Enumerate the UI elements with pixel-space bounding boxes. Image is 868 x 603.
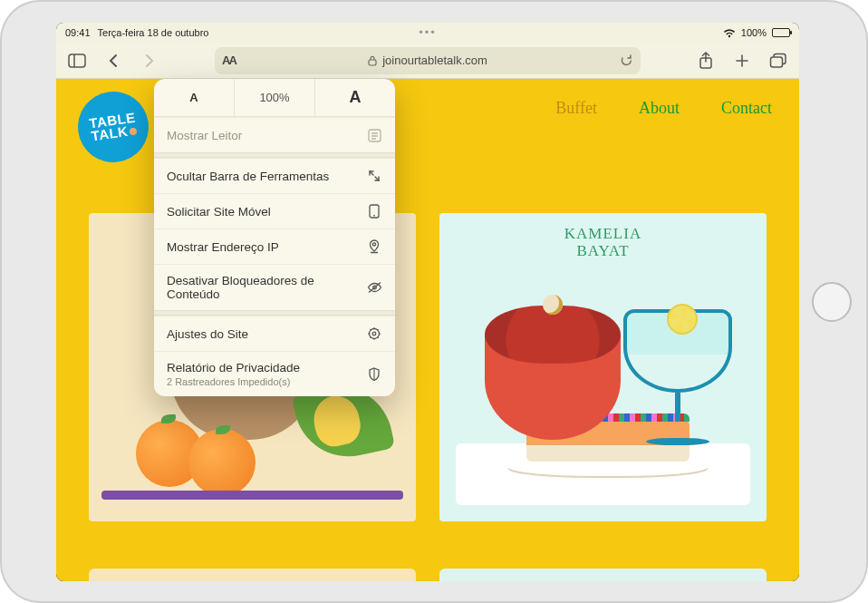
gear-icon [366,326,382,342]
tabs-button[interactable] [763,47,794,74]
share-button[interactable] [690,47,721,74]
artist-name-right: KAMELIA BAYAT [439,226,767,259]
location-icon [366,238,382,255]
menu-request-mobile[interactable]: Solicitar Site Móvel [154,193,395,229]
shield-icon [366,366,382,383]
menu-label: Mostrar Endereço IP [167,240,279,254]
screen: ••• 09:41 Terça-feira 18 de outubro 100% [56,23,799,581]
menu-site-settings[interactable]: Ajustes do Site [154,316,395,351]
wifi-icon [723,28,736,38]
battery-icon [772,28,790,37]
ipad-frame: ••• 09:41 Terça-feira 18 de outubro 100% [0,0,868,603]
zoom-level[interactable]: 100% [234,79,315,116]
status-date: Terça-feira 18 de outubro [98,27,209,38]
menu-hide-toolbar[interactable]: Ocultar Barra de Ferramentas [154,158,395,193]
bowl-top-illustration [485,306,621,364]
menu-label: Desativar Bloqueadores de Conteúdo [167,274,366,301]
eye-slash-icon [366,279,382,296]
reload-icon[interactable] [620,53,633,67]
address-url: joinourtabletalk.com [382,53,487,67]
forward-button [134,47,165,74]
site-logo[interactable]: TABLE TALK [73,87,153,167]
glass-illustration [623,309,732,445]
reader-aa-button[interactable]: AA [222,53,236,67]
zoom-in-button[interactable]: A [315,79,395,116]
svg-point-11 [373,215,375,217]
safari-toolbar: AA joinourtabletalk.com [56,43,799,79]
svg-rect-5 [771,57,783,67]
menu-label: Ocultar Barra de Ferramentas [167,170,329,183]
home-button[interactable] [812,282,852,322]
artist-name-right-l2: BAYAT [576,242,629,259]
page-settings-menu: A 100% A Mostrar Leitor Ocultar Barra de… [154,79,395,396]
menu-show-ip[interactable]: Mostrar Endereço IP [154,229,395,264]
zoom-row: A 100% A [154,79,395,117]
svg-rect-2 [369,60,376,65]
address-bar[interactable]: AA joinourtabletalk.com [215,47,641,74]
svg-rect-0 [69,54,85,67]
nav-buffet[interactable]: Buffet [555,99,597,118]
menu-disable-blockers[interactable]: Desativar Bloqueadores de Conteúdo [154,264,395,310]
multitask-handle-icon[interactable]: ••• [419,25,437,39]
svg-point-12 [372,243,375,246]
orange-illustration [188,429,256,496]
reader-icon [366,127,382,143]
lock-icon [368,55,377,66]
lemon-icon [667,304,698,335]
cards-row-peek [89,569,767,581]
menu-label: Relatório de Privacidade [167,361,300,374]
new-tab-button[interactable] [727,47,757,74]
zoom-out-button[interactable]: A [154,79,234,116]
menu-label: Ajustes do Site [167,327,248,341]
site-nav: Buffet About Contact [555,99,772,118]
privacy-report-sub: 2 Rastreadores Impedido(s) [167,376,300,387]
shelf-illustration [101,491,402,500]
menu-label: Mostrar Leitor [167,129,242,142]
svg-point-17 [372,332,376,336]
device-icon [366,203,382,219]
artist-name-right-l1: KAMELIA [564,225,641,242]
menu-privacy-report[interactable]: Relatório de Privacidade 2 Rastreadores … [154,351,395,396]
menu-show-reader[interactable]: Mostrar Leitor [154,117,395,152]
back-button[interactable] [98,47,129,74]
battery-percent: 100% [741,27,767,38]
expand-icon [366,168,382,184]
sidebar-button[interactable] [62,47,92,74]
menu-label: Solicitar Site Móvel [167,205,271,219]
artwork-card-right[interactable]: KAMELIA BAYAT [439,213,767,521]
status-time: 09:41 [65,27,91,38]
nav-contact[interactable]: Contact [721,99,772,118]
nav-about[interactable]: About [639,99,680,118]
logo-dot-icon [130,127,138,135]
